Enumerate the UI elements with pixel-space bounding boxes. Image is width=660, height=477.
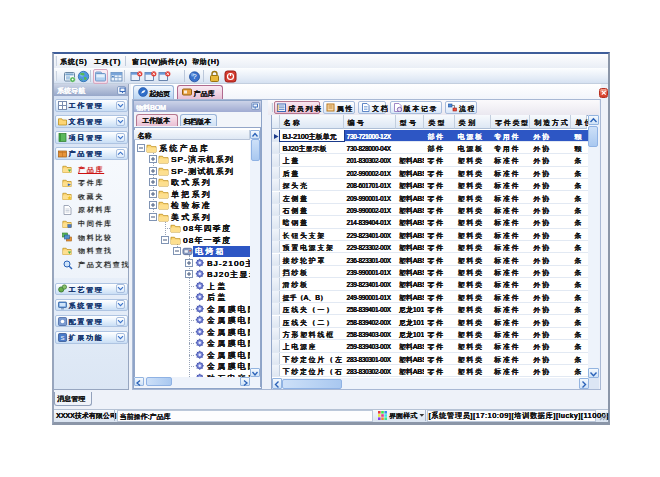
- svg-text:?: ?: [192, 72, 197, 81]
- svg-text:S: S: [60, 335, 64, 341]
